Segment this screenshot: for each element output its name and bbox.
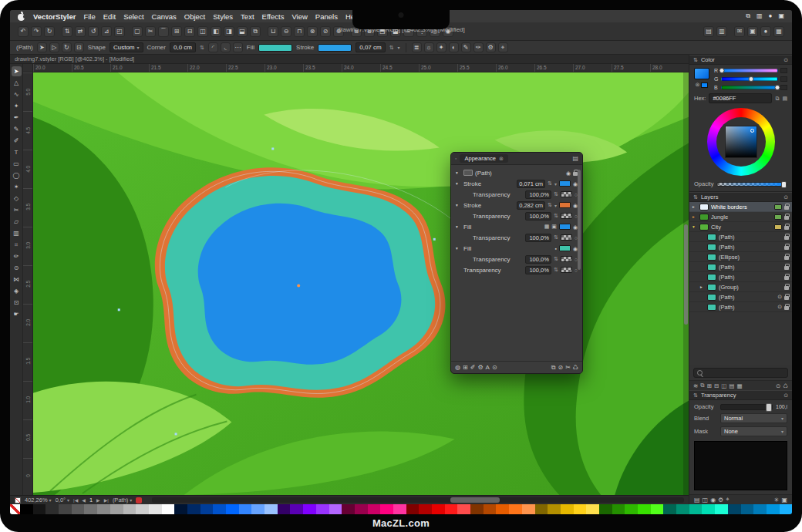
export-icon[interactable]: ▣ — [747, 26, 758, 37]
display-icon[interactable]: ▥ — [757, 12, 763, 20]
palette-swatch[interactable] — [123, 504, 136, 514]
color-swatch[interactable] — [559, 224, 571, 230]
shape-select[interactable]: Custom▾ — [110, 42, 143, 52]
layers-search-input[interactable] — [693, 368, 788, 378]
palette-swatch[interactable] — [278, 504, 291, 514]
appearance-row-stroke[interactable]: ▾Stroke0,282 cm⇅▾◉ — [454, 200, 579, 210]
palette-swatch[interactable] — [445, 504, 458, 514]
palette-swatch[interactable] — [110, 504, 123, 514]
appearance-tab[interactable]: Appearance⊗ — [460, 154, 507, 163]
chevron-down-icon[interactable]: ▾ — [398, 45, 400, 50]
merge-icon[interactable]: ⬓ — [237, 26, 248, 37]
first-page-button[interactable]: |◀ — [73, 497, 78, 503]
join-icon[interactable]: ⌒ — [158, 26, 169, 37]
lock-icon[interactable] — [784, 296, 789, 300]
palette-swatch[interactable] — [689, 504, 703, 514]
transparency-swatch[interactable] — [561, 191, 572, 197]
apple-menu-icon[interactable] — [18, 12, 25, 21]
blend-mode-select[interactable]: Normal▾ — [720, 413, 787, 423]
mask-icon[interactable]: ◫ — [721, 382, 726, 389]
palette-swatch[interactable] — [432, 504, 445, 514]
symbol-tool[interactable]: ◈ — [12, 286, 22, 296]
caret-down-icon[interactable]: ▾ — [456, 203, 461, 207]
value-stepper[interactable]: ⇅ — [554, 213, 558, 219]
outline-icon[interactable]: ▢ — [132, 26, 143, 37]
opacity-icon[interactable]: ◐ — [449, 42, 459, 52]
color-swatch[interactable] — [559, 202, 571, 208]
detach-icon[interactable]: ✂ — [565, 364, 571, 371]
rectangle-tool[interactable]: ▭ — [12, 159, 22, 169]
appearance-row-stroke[interactable]: ▾Stroke0,071 cm⇅▾◉ — [454, 178, 579, 189]
brush-icon[interactable]: ✐ — [470, 364, 476, 371]
channel-slider[interactable] — [721, 86, 778, 89]
palette-swatch[interactable] — [663, 504, 676, 514]
palette-swatch[interactable] — [45, 504, 59, 514]
hex-options-icon[interactable]: ▤ — [782, 96, 787, 102]
lake-blue-fill[interactable] — [198, 204, 402, 365]
rotation-value[interactable]: 0,0°▾ — [56, 497, 69, 503]
channel-slider-knob[interactable] — [719, 68, 725, 73]
row-value-input[interactable]: 0,282 cm — [517, 201, 545, 210]
palette-swatch[interactable] — [174, 504, 187, 514]
palette-swatch[interactable] — [535, 504, 548, 514]
appearance-row-transparency[interactable]: Transparency100,0%⇅○ — [454, 189, 579, 200]
flip-vertical-icon[interactable]: ⇅ — [62, 26, 72, 37]
value-stepper[interactable]: ⇅ — [554, 191, 558, 197]
channel-value-box[interactable] — [780, 85, 787, 90]
gear-icon[interactable]: ⚙ — [477, 364, 483, 371]
appearance-panel-header[interactable]: ◦ Appearance⊗ ▤ — [451, 153, 582, 165]
menu-object[interactable]: Object — [184, 12, 205, 21]
appearance-row-fill[interactable]: ▾Fill▪◉ — [454, 243, 579, 254]
palette-swatch[interactable] — [239, 504, 252, 514]
row-value-input[interactable]: 100,0% — [525, 255, 551, 264]
copy-hex-icon[interactable]: ⧉ — [775, 96, 779, 102]
row-value-input[interactable]: 100,0% — [525, 212, 551, 221]
panel-options-icon[interactable]: ⊙ — [783, 392, 788, 399]
zoom-tool[interactable]: ⊙ — [12, 263, 22, 273]
divide-icon[interactable]: ◧ — [211, 26, 221, 37]
menu-select[interactable]: Select — [123, 12, 143, 21]
vertical-scrollbar[interactable] — [683, 72, 689, 495]
control-center-icon[interactable]: ▣ — [778, 12, 784, 20]
sync-icon[interactable]: ↻ — [44, 26, 55, 37]
appearance-row-transparency[interactable]: Transparency100,0%⇅○ — [454, 264, 579, 275]
effects-star-icon[interactable]: ✳ — [774, 497, 780, 503]
combine-icon[interactable]: ⊕ — [333, 26, 344, 37]
lock-icon[interactable] — [784, 206, 789, 210]
layer-caret-icon[interactable]: ▸ — [692, 214, 697, 219]
palette-swatch[interactable] — [484, 504, 497, 514]
gear-icon[interactable]: ⚙ — [718, 497, 723, 503]
palette-swatch[interactable] — [265, 504, 278, 514]
status-target[interactable]: (Path)▾ — [113, 497, 132, 503]
next-page-button[interactable]: ▶ — [96, 497, 100, 503]
palette-swatch[interactable] — [651, 504, 664, 514]
zoom-level[interactable]: 402,26%▾ — [25, 497, 52, 503]
menu-edit[interactable]: Edit — [103, 12, 116, 21]
lock-icon[interactable] — [784, 306, 789, 310]
palette-swatch[interactable] — [780, 504, 792, 514]
shear-icon[interactable]: ⊿ — [101, 26, 112, 37]
palette-swatch[interactable] — [586, 504, 599, 514]
delete-layer-icon[interactable]: ♺ — [783, 382, 788, 389]
collapse-panel-icon[interactable]: ⇅ — [693, 392, 698, 399]
transparency-swatch[interactable] — [561, 267, 572, 273]
trim-icon[interactable]: ◨ — [224, 26, 234, 37]
layer-caret-icon[interactable]: ▸ — [692, 204, 697, 209]
value-stepper[interactable]: ⇅ — [548, 202, 552, 208]
scale-icon[interactable]: ◰ — [114, 26, 125, 37]
corner-stepper[interactable]: ⇅ — [200, 45, 204, 51]
palette-swatch[interactable] — [226, 504, 239, 514]
caret-down-icon[interactable]: ▾ — [456, 170, 461, 175]
caret-down-icon[interactable]: ▾ — [456, 181, 461, 186]
color-mode-icon[interactable]: ⊛ — [696, 82, 700, 88]
pen-tool[interactable]: ✒ — [12, 113, 22, 123]
palette-swatch[interactable] — [149, 504, 162, 514]
menu-styles[interactable]: Styles — [213, 12, 233, 21]
appearance-row-fill[interactable]: ▾Fill▦▣◉ — [454, 221, 579, 232]
layer-color-swatch[interactable] — [774, 214, 782, 220]
gradient-tool[interactable]: ▥ — [12, 228, 22, 238]
menu-canvas[interactable]: Canvas — [152, 12, 177, 21]
list-mode-icon[interactable]: ▤ — [694, 497, 700, 503]
union-icon[interactable]: ⊔ — [268, 26, 278, 37]
layer-row-group[interactable]: ▸(Group) — [689, 282, 792, 292]
